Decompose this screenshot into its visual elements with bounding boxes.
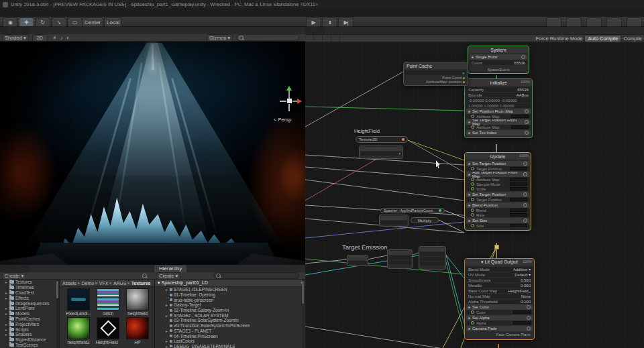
property-row[interactable]: Blend Mode Additive ▾ xyxy=(466,267,533,272)
block-input-row[interactable]: Sample Mode xyxy=(466,182,529,186)
toolbar-dropdown-button[interactable] xyxy=(566,17,582,27)
block-input-row[interactable]: Attribute Map xyxy=(466,177,529,182)
input-port-dot[interactable] xyxy=(471,187,474,190)
input-port-dot[interactable] xyxy=(471,224,474,227)
folder-row[interactable]: PointCaches xyxy=(0,316,59,322)
block-toggle-icon[interactable] xyxy=(523,203,527,207)
node-output-port-label[interactable]: SpawnEvent xyxy=(468,67,529,73)
vfx-node-update[interactable]: Update 100% Set Target Position Target P… xyxy=(464,152,531,231)
vfx-node-lit-quad-output[interactable]: ▾ Lit Quad Output 100% Blend Mode Additi… xyxy=(464,258,535,340)
property-value[interactable]: 0.000 xyxy=(521,284,531,288)
asset-field-row[interactable]: ▾ xyxy=(405,70,466,75)
breadcrumb-segment[interactable]: ARUS ▸ xyxy=(113,280,131,286)
property-row[interactable]: Metallic 0.000 xyxy=(466,283,533,288)
property-value[interactable]: 65536 xyxy=(517,88,529,92)
block-toggle-icon[interactable] xyxy=(521,55,525,59)
project-tree-scroll-thumb[interactable] xyxy=(56,281,58,298)
vfx-block[interactable]: Set Target Position Target Position xyxy=(466,161,529,171)
asset-thumbnail[interactable] xyxy=(97,317,119,339)
block-input-row[interactable]: Rate xyxy=(466,213,529,217)
mini-node-dropdown[interactable]: ▾ xyxy=(360,152,402,156)
hierarchy-panel-tab[interactable]: Hierarchy xyxy=(154,265,186,272)
block-input-row[interactable]: Scale xyxy=(466,186,529,191)
block-header[interactable]: Add Target Position From Map xyxy=(466,172,529,177)
step-button[interactable] xyxy=(338,17,354,27)
attribute-pill[interactable]: Spawner : AppliedParticleCount xyxy=(380,208,445,213)
scene-root-row[interactable]: ▾ Spaceship_part01_LD ▾ xyxy=(155,280,306,287)
scene-light-toggle-icon[interactable]: ☀ xyxy=(52,35,57,41)
node-title[interactable]: Point Cache xyxy=(404,62,468,69)
block-enable-dot[interactable] xyxy=(468,328,470,330)
block-toggle-icon[interactable] xyxy=(525,131,529,135)
folder-row[interactable]: ▸ ProjectWars xyxy=(0,321,59,327)
property-row[interactable]: Bounds AABox xyxy=(466,93,531,97)
2d-toggle[interactable]: 2D xyxy=(32,34,48,42)
input-field[interactable] xyxy=(510,187,527,190)
block-toggle-icon[interactable] xyxy=(527,305,531,309)
gizmo-x-cone[interactable] xyxy=(297,99,302,104)
project-panel-tab[interactable] xyxy=(0,265,9,272)
output-port-dot[interactable] xyxy=(463,81,465,83)
property-value[interactable]: HeightField_ xyxy=(508,289,531,293)
property-value[interactable]: 0.500 xyxy=(521,278,531,282)
input-field[interactable] xyxy=(510,167,527,170)
hierarchy-search-input[interactable] xyxy=(213,272,299,279)
breadcrumb-segment[interactable]: Demo ▸ xyxy=(82,280,99,286)
hierarchy-row[interactable]: ▸ STAGE1-IDLEPINSCREEN xyxy=(155,287,306,292)
asset-item[interactable]: FixedLandi... xyxy=(64,288,93,316)
breadcrumb-label[interactable]: Assets xyxy=(62,281,76,286)
pivot-toggle-button[interactable]: Center xyxy=(82,17,103,27)
vfx-block[interactable]: Set Alpha Alpha xyxy=(466,315,533,325)
vfx-toolbar-item[interactable] xyxy=(331,35,340,42)
input-port-dot[interactable] xyxy=(471,209,474,212)
scene-root-name[interactable]: ▾ Spaceship_part01_LD xyxy=(158,280,208,286)
block-header[interactable]: Set Target Position xyxy=(466,192,529,197)
block-header[interactable]: Set Target Position From Map xyxy=(466,119,531,125)
scene-audio-toggle-icon[interactable]: ♪ xyxy=(60,35,63,41)
gizmos-dropdown[interactable]: Gizmos ▾ xyxy=(207,34,233,42)
input-port-dot[interactable] xyxy=(471,213,474,217)
block-header[interactable]: Single Burst xyxy=(470,54,527,60)
hierarchy-row[interactable]: ▸ STAGE3 - PLANET xyxy=(155,329,306,334)
vfx-block[interactable]: Set Target Position From Map Attribute M… xyxy=(466,119,531,129)
asset-item[interactable]: heightfield2 xyxy=(64,317,93,345)
compile-button[interactable]: Compile xyxy=(623,36,642,42)
operator-mini-node[interactable] xyxy=(387,249,413,269)
input-field[interactable] xyxy=(510,224,527,227)
property-value[interactable]: None xyxy=(521,294,531,298)
block-input-row[interactable]: Blend xyxy=(466,208,529,213)
vector-values[interactable]: 1.00000 1.00000 1.00000 xyxy=(468,104,514,108)
property-value[interactable]: Default ▾ xyxy=(515,272,531,277)
gizmo-center-cube[interactable] xyxy=(287,99,292,103)
vfx-node-initialize[interactable]: Initialize 100% Capacity 65536 Bounds AA… xyxy=(464,78,533,138)
property-row[interactable]: Normal Map None xyxy=(466,294,533,298)
property-row[interactable]: Capacity 65536 xyxy=(466,87,531,92)
parameter-node-heightfield[interactable]: Texture2D xyxy=(356,136,408,143)
input-port-dot[interactable] xyxy=(471,167,474,170)
block-enable-dot[interactable] xyxy=(468,306,470,308)
input-field[interactable] xyxy=(513,310,531,314)
toolbar-dropdown-button[interactable] xyxy=(586,17,602,27)
mini-node-row[interactable] xyxy=(380,221,407,225)
vfx-block[interactable]: Set Color Color xyxy=(466,304,533,314)
operator-mini-node[interactable] xyxy=(347,255,368,266)
breadcrumb-label[interactable]: Textures xyxy=(131,281,151,286)
move-tool-button[interactable] xyxy=(19,17,34,27)
node-title[interactable]: ▾ Lit Quad Output 100% xyxy=(465,259,534,266)
block-toggle-icon[interactable] xyxy=(523,172,527,176)
space-toggle-button[interactable]: Local xyxy=(104,17,122,27)
block-header[interactable]: Blend Position xyxy=(466,202,529,208)
vfx-block[interactable]: Set Target Position Target Position xyxy=(466,192,529,202)
folder-row[interactable]: SignedDistance xyxy=(0,337,59,343)
hierarchy-row[interactable]: ▸ STAGE2 - SOLAR SYSTEM xyxy=(155,312,306,318)
gizmo-y-cone[interactable] xyxy=(286,86,292,91)
breadcrumb-segment[interactable]: Textures xyxy=(131,281,154,286)
property-value[interactable]: AABox xyxy=(517,93,529,97)
block-enable-dot[interactable] xyxy=(468,317,470,319)
hierarchy-row[interactable]: 03-Timeline:SolarSystem-ZoomIn xyxy=(155,318,306,323)
breadcrumb-label[interactable]: ARUS xyxy=(113,281,126,286)
property-row[interactable]: Count 65536 xyxy=(470,60,527,65)
project-panel-tab[interactable] xyxy=(10,265,19,272)
scene-panel-tab[interactable] xyxy=(0,27,9,34)
vfx-toolbar-item[interactable] xyxy=(314,35,323,42)
